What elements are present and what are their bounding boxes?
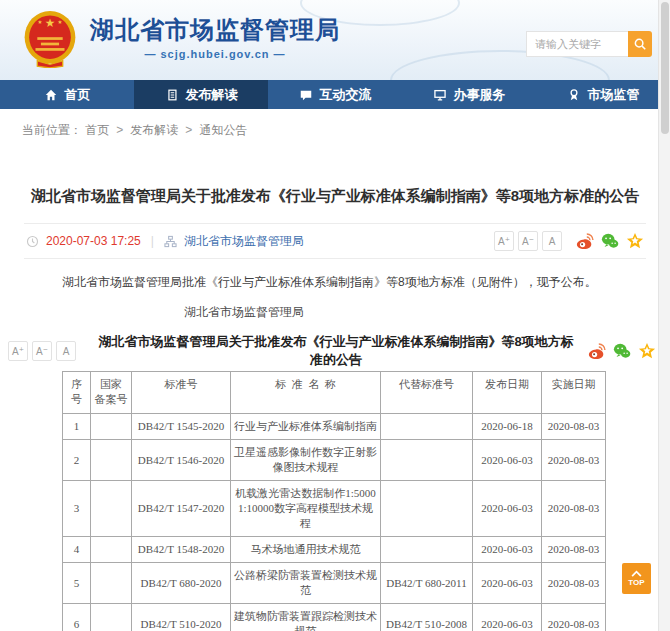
wechat-share-icon[interactable] xyxy=(601,232,619,250)
wechat-share-icon[interactable] xyxy=(613,342,631,360)
table-cell: 机载激光雷达数据制作1:5000 1:10000数字高程模型技术规程 xyxy=(231,481,381,537)
page: ★ ★ ★ 湖北省市场监督管理局 — scjg.hubei.gov.cn — xyxy=(0,0,670,631)
table-cell xyxy=(381,414,473,440)
table-header-cell: 标 准 名 称 xyxy=(231,372,381,414)
table-cell: DB42/T 1545-2020 xyxy=(132,414,231,440)
main-nav: 首页发布解读互动交流办事服务市场监管 xyxy=(0,80,670,109)
site-title: 湖北省市场监督管理局 xyxy=(90,16,340,44)
site-banner: ★ ★ ★ 湖北省市场监督管理局 — scjg.hubei.gov.cn — xyxy=(0,0,670,80)
breadcrumb-item[interactable]: 发布解读 xyxy=(130,123,178,137)
table-cell: 2020-06-03 xyxy=(473,440,542,481)
table-cell: DB42/T 510-2008 xyxy=(381,604,473,631)
weibo-share-icon[interactable] xyxy=(588,342,606,360)
table-header-cell: 实施日期 xyxy=(542,372,606,414)
table-cell: DB42/T 680-2011 xyxy=(381,563,473,604)
search-input[interactable] xyxy=(526,31,628,57)
favorite-star-icon[interactable] xyxy=(626,232,644,250)
breadcrumb-label: 当前位置： xyxy=(22,123,82,137)
nav-item-services[interactable]: 办事服务 xyxy=(402,80,536,109)
meta-separator: | xyxy=(151,234,154,248)
source-sitemap-icon xyxy=(164,235,177,248)
nav-item-label: 发布解读 xyxy=(186,86,238,104)
table-cell: 2020-08-03 xyxy=(542,604,606,631)
chat-icon xyxy=(299,88,313,102)
table-cell xyxy=(381,537,473,563)
table-header-cell: 序号 xyxy=(63,372,91,414)
search-button[interactable] xyxy=(628,31,652,57)
article-meta: 2020-07-03 17:25 | 湖北省市场监督管理局 xyxy=(26,233,304,250)
table-cell: 4 xyxy=(63,537,91,563)
table-cell xyxy=(91,604,132,631)
nav-item-home[interactable]: 首页 xyxy=(0,80,134,109)
table-cell: 2020-06-03 xyxy=(473,563,542,604)
table-cell xyxy=(381,440,473,481)
table-cell: 2020-08-03 xyxy=(542,481,606,537)
table-cell: 2020-08-03 xyxy=(542,440,606,481)
table-header-cell: 国家 备案号 xyxy=(91,372,132,414)
table-row: 2DB42/T 1546-2020卫星遥感影像制作数字正射影像图技术规程2020… xyxy=(63,440,606,481)
table-cell: 2020-06-18 xyxy=(473,414,542,440)
nav-item-interaction[interactable]: 互动交流 xyxy=(268,80,402,109)
svg-text:★: ★ xyxy=(38,19,43,25)
home-icon xyxy=(44,88,58,102)
breadcrumb-item[interactable]: 首页 xyxy=(85,123,109,137)
table-cell: 5 xyxy=(63,563,91,604)
table-cell xyxy=(91,481,132,537)
table-row: 5DB42/T 680-2020公路桥梁防雷装置检测技术规范DB42/T 680… xyxy=(63,563,606,604)
font-decrease-button[interactable]: A⁻ xyxy=(518,231,538,251)
svg-text:★: ★ xyxy=(45,16,56,29)
table-cell xyxy=(91,563,132,604)
table-header-cell: 标准号 xyxy=(132,372,231,414)
table-row: 3DB42/T 1547-2020机载激光雷达数据制作1:5000 1:1000… xyxy=(63,481,606,537)
breadcrumb-separator: > xyxy=(116,123,123,137)
table-cell: DB42/T 680-2020 xyxy=(132,563,231,604)
article-source-link[interactable]: 湖北省市场监督管理局 xyxy=(184,233,304,250)
favorite-star-icon[interactable] xyxy=(638,342,656,360)
table-cell: 6 xyxy=(63,604,91,631)
table-cell: 2020-06-03 xyxy=(473,481,542,537)
table-cell: DB42/T 1546-2020 xyxy=(132,440,231,481)
table-header-cell: 发布日期 xyxy=(473,372,542,414)
nav-item-label: 办事服务 xyxy=(454,86,506,104)
table-row: 1DB42/T 1545-2020行业与产业标准体系编制指南2020-06-18… xyxy=(63,414,606,440)
monitor-icon xyxy=(433,88,447,102)
back-to-top-button[interactable]: TOP xyxy=(622,563,651,594)
top-button-label: TOP xyxy=(628,578,644,587)
table-cell: DB42/T 1548-2020 xyxy=(132,537,231,563)
table-cell xyxy=(381,481,473,537)
article-body: 湖北省市场监督管理局批准《行业与产业标准体系编制指南》等8项地方标准（见附件），… xyxy=(0,273,670,291)
site-logo-area: ★ ★ ★ 湖北省市场监督管理局 — scjg.hubei.gov.cn — xyxy=(22,10,340,68)
font-increase-button[interactable]: A⁺ xyxy=(8,341,28,361)
table-cell: DB42/T 1547-2020 xyxy=(132,481,231,537)
table-row: 6DB42/T 510-2020建筑物防雷装置跟踪检测技术规范DB42/T 51… xyxy=(63,604,606,631)
breadcrumb-item[interactable]: 通知公告 xyxy=(199,123,247,137)
search-box xyxy=(526,31,652,57)
nav-item-market-regulation[interactable]: 市场监管 xyxy=(536,80,670,109)
publish-date: 2020-07-03 17:25 xyxy=(46,234,141,248)
table-cell xyxy=(91,537,132,563)
font-reset-button[interactable]: A xyxy=(542,231,562,251)
document-icon xyxy=(165,88,179,102)
table-cell: DB42/T 510-2020 xyxy=(132,604,231,631)
nav-item-publications[interactable]: 发布解读 xyxy=(134,80,268,109)
font-decrease-button[interactable]: A⁻ xyxy=(32,341,52,361)
table-cell: 3 xyxy=(63,481,91,537)
table-cell: 2 xyxy=(63,440,91,481)
table-header-row: 序号国家 备案号标准号标 准 名 称代替标准号发布日期实施日期 xyxy=(63,372,606,414)
article-tools: A⁺A⁻A xyxy=(494,231,644,251)
table-cell xyxy=(91,440,132,481)
attachment-title-bar: A⁺A⁻A 湖北省市场监督管理局关于批准发布《行业与产业标准体系编制指南》等8项… xyxy=(0,335,670,367)
search-icon xyxy=(633,37,647,51)
scrollbar[interactable] xyxy=(658,0,670,631)
table-header-cell: 代替标准号 xyxy=(381,372,473,414)
svg-text:★: ★ xyxy=(58,19,63,25)
weibo-share-icon[interactable] xyxy=(576,232,594,250)
font-increase-button[interactable]: A⁺ xyxy=(494,231,514,251)
font-reset-button[interactable]: A xyxy=(56,341,76,361)
table-cell xyxy=(91,414,132,440)
scrollbar-thumb[interactable] xyxy=(661,2,669,134)
table-cell: 建筑物防雷装置跟踪检测技术规范 xyxy=(231,604,381,631)
table-cell: 2020-08-03 xyxy=(542,414,606,440)
table-cell: 行业与产业标准体系编制指南 xyxy=(231,414,381,440)
nav-item-label: 首页 xyxy=(65,86,91,104)
